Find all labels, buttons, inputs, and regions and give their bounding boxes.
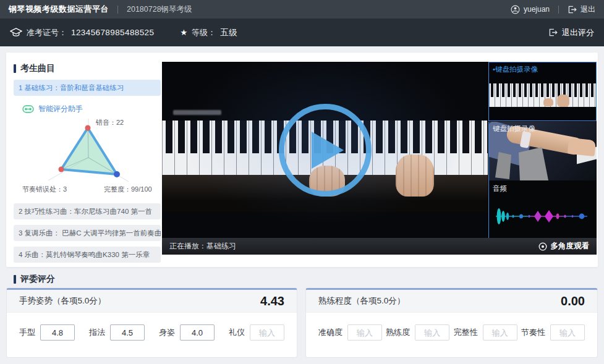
level-group: ★ 等级： 五级 — [180, 27, 237, 38]
camera-keyboard-side[interactable]: 键盘拍摄录像 — [488, 122, 597, 180]
graduation-cap-icon — [10, 27, 22, 38]
score-input[interactable] — [550, 324, 585, 341]
score-field: 手型 — [19, 324, 75, 341]
score-input[interactable] — [250, 324, 284, 341]
score-field: 指法 — [89, 324, 145, 341]
piano-grading-app: { "topbar": { "title": "钢琴视频考级数据运营平台", "… — [0, 0, 604, 364]
mini-hand — [543, 98, 553, 106]
smart-scoring-assistant[interactable]: 智能评分助手 — [22, 104, 161, 114]
audio-panel[interactable]: 音频 — [488, 180, 597, 238]
camera1-label: •键盘拍摄录像 — [493, 65, 538, 74]
field-label: 熟练度 — [386, 327, 410, 338]
radar-dot-completeness — [114, 171, 120, 177]
score-input[interactable] — [40, 324, 75, 341]
radar-label-wrong-notes: 错音：22 — [95, 119, 124, 126]
card-score: 0.00 — [561, 294, 585, 308]
field-label: 节奏性 — [521, 327, 545, 338]
level-label: 等级： — [192, 27, 216, 38]
divider — [558, 6, 559, 14]
playlist-rest: 2 技巧性练习曲：车尔尼练习曲740 第一首3 复调乐曲： 巴赫C 大调平均律第… — [14, 203, 161, 263]
field-label: 指法 — [89, 327, 105, 338]
score-card-gesture: 手势姿势（各项5.0分） 4.43 手型指法身姿礼仪 — [6, 288, 297, 358]
playlist: 考生曲目 1 基础练习：音阶和琶音基础练习 智能评分助手 — [14, 63, 161, 263]
card-title: 手势姿势（各项5.0分） — [19, 295, 106, 307]
exit-scoring-label: 退出评分 — [562, 27, 594, 38]
user-icon — [511, 5, 520, 14]
exam-panel: 考生曲目 1 基础练习：音阶和琶音基础练习 智能评分助手 — [6, 53, 598, 267]
exit-scoring-button[interactable]: 退出评分 — [548, 27, 594, 38]
field-label: 准确度 — [318, 327, 342, 338]
app-title: 钢琴视频考级数据运营平台 — [9, 4, 109, 15]
multi-angle-label: 多角度观看 — [551, 241, 590, 252]
session-name: 20180728钢琴考级 — [127, 4, 192, 15]
judge-title-text: 评委评分 — [20, 274, 55, 285]
radar-label-completeness: 完整度：99/100 — [104, 185, 152, 193]
playlist-item[interactable]: 4 乐曲：莫扎特钢琴奏鸣曲K330 第一乐章 — [14, 247, 161, 263]
ticket-number: 12345678985488525 — [71, 28, 154, 37]
field-label: 手型 — [19, 327, 35, 338]
field-label: 身姿 — [159, 327, 175, 338]
star-icon: ★ — [180, 28, 187, 37]
top-navbar: 钢琴视频考级数据运营平台 20180728钢琴考级 yuejuan 退出 — [0, 0, 604, 19]
multi-angle-button[interactable]: 多角度观看 — [538, 241, 590, 252]
exit-scoring-icon — [548, 28, 558, 36]
card-fields-0: 手型指法身姿礼仪 — [7, 313, 297, 341]
score-field: 身姿 — [159, 324, 215, 341]
score-input[interactable] — [483, 324, 517, 341]
score-field: 完整性 — [454, 324, 517, 341]
playlist-item[interactable]: 3 复调乐曲： 巴赫C 大调平均律第一首前奏曲 — [14, 225, 161, 241]
ticket-group: 准考证号： 12345678985488525 — [10, 27, 154, 38]
radar-label-rhythm-errors: 节奏错误处：3 — [22, 185, 67, 193]
score-field: 节奏性 — [521, 324, 585, 341]
playlist-title-text: 考生曲目 — [20, 63, 55, 74]
assistant-label: 智能评分助手 — [38, 104, 83, 114]
field-label: 礼仪 — [229, 327, 245, 338]
level-value: 五级 — [220, 27, 237, 38]
mini-keyboard — [489, 83, 596, 107]
play-button[interactable] — [279, 104, 372, 197]
main-video[interactable] — [162, 62, 488, 238]
exam-info-bar: 准考证号： 12345678985488525 ★ 等级： 五级 退出评分 — [0, 19, 604, 46]
card-header: 熟练程度（各项5.0分） 0.00 — [306, 290, 597, 313]
camera2-label: 键盘拍摄录像 — [493, 124, 535, 133]
score-input[interactable] — [110, 324, 145, 341]
divider — [117, 6, 118, 14]
logout-icon — [568, 6, 577, 14]
card-title: 熟练程度（各项5.0分） — [318, 295, 405, 307]
score-field: 熟练度 — [386, 324, 449, 341]
side-hand — [568, 138, 596, 156]
camera-keyboard-top[interactable]: •键盘拍摄录像 — [488, 62, 597, 121]
score-field: 准确度 — [318, 324, 382, 341]
mini-hand — [557, 95, 569, 107]
score-input[interactable] — [415, 324, 449, 341]
radar-dot-wrong-notes — [85, 125, 91, 131]
card-fields-1: 准确度熟练度完整性节奏性 — [306, 313, 597, 341]
field-label: 完整性 — [454, 327, 478, 338]
angle-column: •键盘拍摄录像 键盘拍摄录像 音频 — [488, 62, 597, 238]
now-playing-text: 正在播放：基础练习 — [169, 241, 236, 252]
audio-label: 音频 — [493, 184, 507, 193]
title-accent-bar — [14, 275, 16, 284]
play-icon — [312, 132, 344, 169]
score-card-proficiency: 熟练程度（各项5.0分） 0.00 准确度熟练度完整性节奏性 — [305, 288, 598, 358]
video-region: •键盘拍摄录像 键盘拍摄录像 音频 — [162, 62, 597, 255]
playlist-section-title: 考生曲目 — [14, 63, 161, 74]
score-input[interactable] — [347, 324, 382, 341]
eye-icon — [538, 242, 547, 251]
logout-button[interactable]: 退出 — [568, 4, 595, 15]
score-field: 礼仪 — [229, 324, 284, 341]
ticket-label: 准考证号： — [27, 27, 67, 38]
card-score: 4.43 — [260, 294, 284, 308]
audio-waveform — [493, 203, 593, 230]
assistant-icon — [22, 105, 34, 113]
logout-label: 退出 — [581, 4, 595, 15]
player-status-bar: 正在播放：基础练习 多角度观看 — [162, 238, 597, 255]
radar-chart: 错音：22 节奏错误处：3 完整度：99/100 — [14, 116, 161, 198]
playlist-item[interactable]: 2 技巧性练习曲：车尔尼练习曲740 第一首 — [14, 203, 161, 219]
user-menu[interactable]: yuejuan — [511, 5, 550, 14]
judge-section-title: 评委评分 — [14, 274, 55, 285]
score-input[interactable] — [180, 324, 215, 341]
playlist-item-selected[interactable]: 1 基础练习：音阶和琶音基础练习 — [14, 80, 161, 96]
title-accent-bar — [14, 64, 16, 73]
background-shape — [519, 147, 548, 180]
